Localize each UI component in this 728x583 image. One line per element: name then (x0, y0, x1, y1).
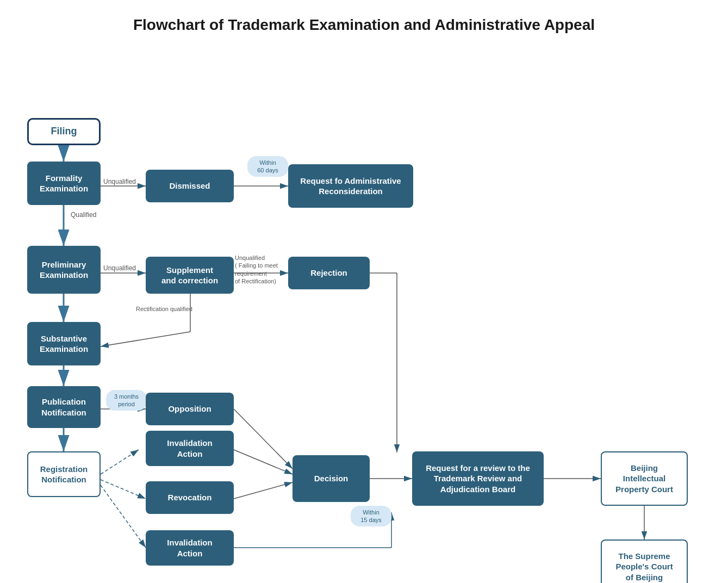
invalidation1-box: Invalidation Action (146, 431, 234, 466)
svg-line-19 (234, 450, 293, 474)
publication-box: Publication Notification (27, 386, 101, 428)
flowchart: Filing Formality Examination Dismissed R… (0, 39, 728, 572)
svg-line-10 (101, 332, 190, 346)
within-60-label: Within 60 days (247, 156, 288, 177)
svg-line-20 (234, 482, 293, 499)
unqualified3-label: Unqualified ( Failing to meet requiremen… (235, 254, 278, 285)
ip-court-box: Beijing Intellectual Property Court (601, 451, 688, 506)
substantive-box: Substantive Examination (27, 322, 101, 365)
svg-line-16 (101, 480, 146, 499)
supreme-court-box: The Supreme People's Court of Beijing (601, 539, 688, 583)
formality-box: Formality Examination (27, 162, 101, 205)
rejection-box: Rejection (288, 257, 370, 289)
rectification-label: Rectification qualified (136, 306, 192, 312)
decision-box: Decision (293, 455, 370, 502)
three-months-label: 3 months period (106, 390, 147, 411)
filing-box: Filing (27, 118, 101, 145)
revocation-box: Revocation (146, 481, 234, 514)
opposition-box: Opposition (146, 393, 234, 425)
preliminary-box: Preliminary Examination (27, 246, 101, 294)
qualified-label: Qualified (71, 211, 96, 219)
svg-line-17 (101, 485, 146, 548)
svg-line-18 (234, 409, 293, 469)
review-board-box: Request for a review to the Trademark Re… (412, 451, 544, 506)
unqualified2-label: Unqualified (103, 264, 136, 272)
registration-box: Registration Notification (27, 451, 101, 497)
unqualified1-label: Unqualified (103, 178, 136, 185)
page-title: Flowchart of Trademark Examination and A… (0, 0, 728, 39)
within-15-label: Within 15 days (351, 506, 391, 526)
dismissed-box: Dismissed (146, 170, 234, 202)
admin-reconsideration-box: Request fo Administrative Reconsideratio… (288, 164, 413, 208)
svg-line-15 (101, 450, 139, 474)
supplement-box: Supplement and correction (146, 257, 234, 294)
invalidation2-box: Invalidation Action (146, 530, 234, 566)
